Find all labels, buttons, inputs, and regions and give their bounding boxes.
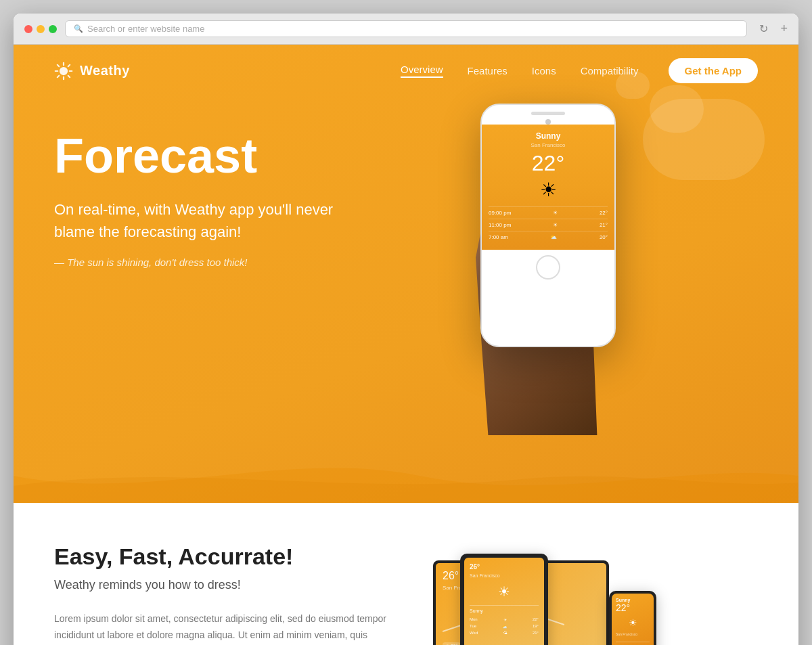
address-text: Search or enter website name xyxy=(87,24,204,34)
refresh-button[interactable]: ↻ xyxy=(755,21,772,37)
tablet-screen: 26° San Francisco ☀ Sunny Mon☀22° Tue⛅19… xyxy=(464,558,544,645)
hero-tagline: — The sun is shining, don't dress too th… xyxy=(54,257,420,268)
hero-text: Forecast On real-time, with Weathy app y… xyxy=(54,110,420,268)
devices-mockup: 26° San Francisco ☀ 22° ⛅ 18° xyxy=(433,543,663,645)
phone-screen: Sunny San Francisco 22° ☀ 09:00 pm ☀ 22° xyxy=(482,125,614,250)
phone-home-button xyxy=(536,255,560,280)
hero-section: Weathy Overview Features Icons Compatibi… xyxy=(14,45,798,503)
phone-hand: Sunny San Francisco 22° ☀ 09:00 pm ☀ 22° xyxy=(453,90,690,428)
tablet-mockup: 26° San Francisco ☀ Sunny Mon☀22° Tue⛅19… xyxy=(460,554,548,645)
svg-line-8 xyxy=(58,75,59,76)
hero-subtitle: On real-time, with Weathy app you'll nev… xyxy=(54,198,365,243)
nav-link-overview[interactable]: Overview xyxy=(401,64,443,78)
browser-chrome: 🔍 Search or enter website name ↻ + xyxy=(14,14,798,45)
phone-camera xyxy=(545,119,551,125)
mobile-mockup: Sunny 22° ☀ San Francisco Mon ☀ 22° Tue … xyxy=(609,591,656,645)
phone-temperature: 22° xyxy=(489,151,608,176)
hero-content: Forecast On real-time, with Weathy app y… xyxy=(14,97,798,503)
features-body: Lorem ipsum dolor sit amet, consectetur … xyxy=(54,611,392,645)
get-app-button[interactable]: Get the App xyxy=(669,58,758,83)
nav-links: Overview Features Icons Compatibility Ge… xyxy=(401,58,758,83)
nav-link-compatibility[interactable]: Compatibility xyxy=(581,65,639,76)
features-section: Easy, Fast, Accurrate! Weathy reminds yo… xyxy=(14,503,798,645)
svg-point-0 xyxy=(60,66,68,74)
phone-forecast-row-2: 11:00 pm ☀ 21° xyxy=(489,219,608,231)
phone-condition: Sunny xyxy=(489,131,608,141)
close-window-button[interactable] xyxy=(24,25,32,33)
new-tab-button[interactable]: + xyxy=(780,22,788,36)
phone-forecast-row-3: 7:00 am ⛅ 20° xyxy=(489,231,608,243)
minimize-window-button[interactable] xyxy=(37,25,45,33)
phone-speaker xyxy=(531,112,565,115)
fullscreen-window-button[interactable] xyxy=(49,25,57,33)
window-controls xyxy=(24,25,57,33)
address-bar[interactable]: 🔍 Search or enter website name xyxy=(65,20,747,37)
browser-window: 🔍 Search or enter website name ↻ + xyxy=(14,14,798,645)
svg-line-5 xyxy=(58,64,59,66)
hero-title: Forecast xyxy=(54,131,420,182)
features-text: Easy, Fast, Accurrate! Weathy reminds yo… xyxy=(54,543,392,645)
features-subtitle: Weathy reminds you how to dress! xyxy=(54,578,392,592)
sun-logo-icon xyxy=(54,62,73,81)
mobile-small-screen: Sunny 22° ☀ San Francisco Mon ☀ 22° Tue … xyxy=(612,594,654,645)
features-title: Easy, Fast, Accurrate! xyxy=(54,543,392,570)
nav-link-icons[interactable]: Icons xyxy=(532,65,556,76)
logo[interactable]: Weathy xyxy=(54,62,130,81)
search-icon: 🔍 xyxy=(74,24,83,33)
navbar: Weathy Overview Features Icons Compatibi… xyxy=(14,45,798,97)
tablet-forecast: Mon☀22° Tue⛅19° Wed🌤21° xyxy=(470,617,539,635)
phone-sun-icon: ☀ xyxy=(489,179,608,201)
hero-phone-mockup: Sunny San Francisco 22° ☀ 09:00 pm ☀ 22° xyxy=(433,90,690,428)
page-content: Weathy Overview Features Icons Compatibi… xyxy=(14,45,798,645)
logo-text: Weathy xyxy=(80,63,130,79)
phone-forecast-row-1: 09:00 pm ☀ 22° xyxy=(489,206,608,219)
svg-line-6 xyxy=(68,75,70,76)
svg-line-7 xyxy=(68,64,70,66)
nav-link-features[interactable]: Features xyxy=(468,65,508,76)
phone-location: San Francisco xyxy=(489,142,608,148)
phone-frame: Sunny San Francisco 22° ☀ 09:00 pm ☀ 22° xyxy=(480,104,616,347)
